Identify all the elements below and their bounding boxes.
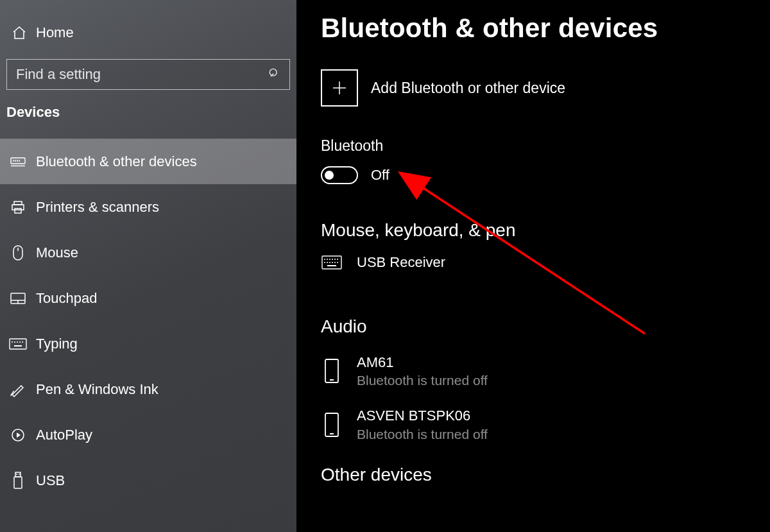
search-wrap: Find a setting xyxy=(6,59,290,90)
add-device-button[interactable]: Add Bluetooth or other device xyxy=(321,69,770,107)
home-icon xyxy=(9,25,30,40)
devices-icon xyxy=(9,155,27,168)
sidebar-item-typing[interactable]: Typing xyxy=(0,321,296,366)
sidebar-item-bluetooth[interactable]: Bluetooth & other devices xyxy=(0,139,296,184)
bluetooth-toggle-row: Off xyxy=(321,166,770,184)
device-status: Bluetooth is turned off xyxy=(357,426,488,443)
device-row[interactable]: ASVEN BTSPK06 Bluetooth is turned off xyxy=(321,407,770,443)
keyboard-icon xyxy=(321,255,343,270)
device-name: USB Receiver xyxy=(357,253,445,271)
sidebar-item-autoplay[interactable]: AutoPlay xyxy=(0,412,296,458)
search-input[interactable]: Find a setting xyxy=(6,59,290,90)
main-content: Bluetooth & other devices Add Bluetooth … xyxy=(296,0,770,532)
keyboard-icon xyxy=(9,338,27,350)
svg-rect-17 xyxy=(10,339,26,349)
section-title: Devices xyxy=(0,104,296,121)
search-placeholder: Find a setting xyxy=(16,66,101,83)
svg-rect-26 xyxy=(15,472,21,477)
home-button[interactable]: Home xyxy=(0,18,296,47)
device-name: ASVEN BTSPK06 xyxy=(357,407,488,425)
sidebar: Home Find a setting Devices xyxy=(0,0,296,532)
usb-icon xyxy=(9,472,27,490)
svg-rect-11 xyxy=(15,209,21,213)
audio-section-label: Audio xyxy=(321,316,770,337)
settings-app: Home Find a setting Devices xyxy=(0,0,770,532)
sidebar-item-label: Bluetooth & other devices xyxy=(36,153,197,170)
svg-rect-27 xyxy=(14,477,22,488)
sidebar-item-label: AutoPlay xyxy=(36,427,92,443)
search-icon xyxy=(268,67,280,82)
device-status: Bluetooth is turned off xyxy=(357,372,488,389)
svg-rect-10 xyxy=(12,205,24,210)
sidebar-item-label: Pen & Windows Ink xyxy=(36,381,158,398)
autoplay-icon xyxy=(9,427,27,443)
sidebar-item-label: Mouse xyxy=(36,245,78,261)
sidebar-item-touchpad[interactable]: Touchpad xyxy=(0,275,296,321)
mouse-section-label: Mouse, keyboard, & pen xyxy=(321,220,770,241)
other-devices-section-label: Other devices xyxy=(321,465,770,485)
svg-rect-46 xyxy=(325,359,338,382)
sidebar-item-pen[interactable]: Pen & Windows Ink xyxy=(0,366,296,412)
sidebar-item-label: USB xyxy=(36,472,65,489)
svg-rect-3 xyxy=(11,158,25,164)
printer-icon xyxy=(9,200,27,215)
page-title: Bluetooth & other devices xyxy=(321,13,770,44)
nav-list: Bluetooth & other devices Printers & sca… xyxy=(0,139,296,503)
device-name: AM61 xyxy=(357,354,488,372)
touchpad-icon xyxy=(9,292,27,305)
svg-point-0 xyxy=(270,69,277,76)
svg-rect-48 xyxy=(325,413,338,436)
sidebar-item-label: Typing xyxy=(36,336,78,352)
sidebar-item-label: Printers & scanners xyxy=(36,199,159,216)
home-label: Home xyxy=(36,24,74,41)
bluetooth-toggle-state: Off xyxy=(371,167,389,184)
device-row[interactable]: AM61 Bluetooth is turned off xyxy=(321,354,770,390)
bluetooth-section-label: Bluetooth xyxy=(321,137,770,155)
phone-icon xyxy=(321,412,343,438)
sidebar-item-mouse[interactable]: Mouse xyxy=(0,230,296,275)
phone-icon xyxy=(321,358,343,384)
plus-icon xyxy=(321,69,358,107)
add-device-label: Add Bluetooth or other device xyxy=(371,80,565,97)
toggle-knob xyxy=(325,171,334,180)
mouse-icon xyxy=(9,245,27,261)
pen-icon xyxy=(9,382,27,397)
device-row[interactable]: USB Receiver xyxy=(321,253,770,271)
bluetooth-toggle[interactable] xyxy=(321,166,358,184)
sidebar-item-printers[interactable]: Printers & scanners xyxy=(0,184,296,230)
svg-marker-25 xyxy=(17,433,21,438)
sidebar-item-label: Touchpad xyxy=(36,290,97,307)
sidebar-item-usb[interactable]: USB xyxy=(0,458,296,503)
